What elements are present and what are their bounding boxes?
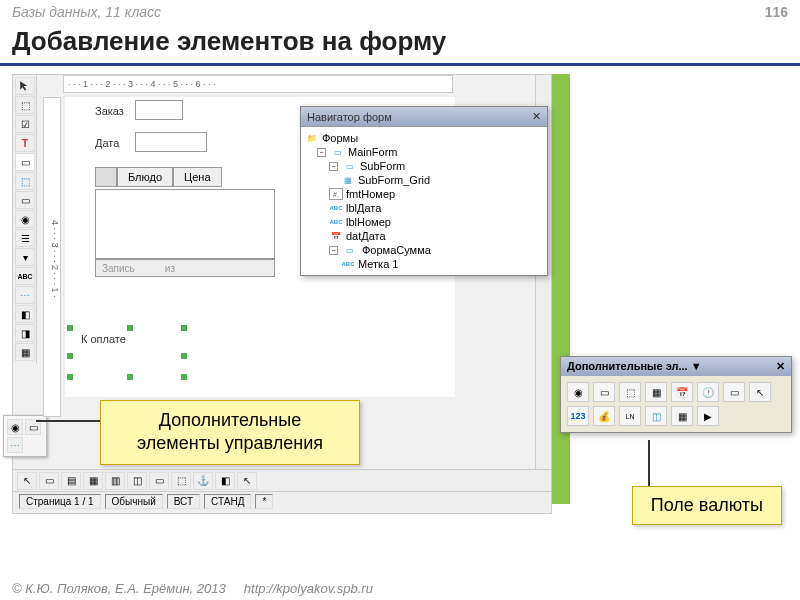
tree-lblnum[interactable]: ABC lblНомер [305,215,543,229]
grid-icon: ▦ [341,174,355,186]
table-body[interactable] [95,189,275,259]
extra-btn-6[interactable]: 🕐 [697,382,719,402]
checkbox-tool[interactable]: ☑ [15,115,35,133]
extra-tool-2[interactable]: ◨ [15,324,35,342]
text-tool[interactable]: T [15,134,35,152]
footer: © К.Ю. Поляков, Е.А. Ерёмин, 2013 http:/… [12,581,373,596]
extra-tool-1[interactable]: ◧ [15,305,35,323]
form-navigator[interactable]: Навигатор форм ✕ 📁 Формы − ▭ MainForm − … [300,106,548,276]
extra-btn-ln[interactable]: LN [619,406,641,426]
bt-anchor[interactable]: ⚓ [193,472,213,490]
callout-connector-1 [36,420,100,422]
bt-1[interactable]: ▭ [39,472,59,490]
navigator-titlebar[interactable]: Навигатор форм ✕ [301,107,547,127]
extra-btn-3[interactable]: ⬚ [619,382,641,402]
bt-3[interactable]: ▦ [83,472,103,490]
vertical-toolbar: ⬚ ☑ T ▭ ⬚ ▭ ◉ ☰ ▾ ABC ⋯ ◧ ◨ ▦ [13,75,37,363]
field-date[interactable] [135,132,207,152]
format-tool[interactable]: ⬚ [15,172,35,190]
collapse-icon[interactable]: − [329,246,338,255]
pointer-tool[interactable] [15,77,35,95]
edit-tool[interactable]: ▭ [15,153,35,171]
extra-titlebar[interactable]: Дополнительные эл... ▼ ✕ [561,357,791,376]
bt-5[interactable]: ◫ [127,472,147,490]
col-dish[interactable]: Блюдо [117,167,173,187]
extra-btn-10[interactable]: ◫ [645,406,667,426]
label-pay: К оплате [81,333,126,345]
date-icon: 📅 [329,230,343,242]
col-price[interactable]: Цена [173,167,221,187]
abc-icon: ABC [329,216,343,228]
tree-mainform[interactable]: − ▭ MainForm [305,145,543,159]
abc-icon: ABC [341,258,355,270]
extra-controls-panel[interactable]: Дополнительные эл... ▼ ✕ ◉ ▭ ⬚ ▦ 📅 🕐 ▭ ↖… [560,356,792,433]
more-tool[interactable]: ⋯ [15,286,35,304]
record-navigator[interactable]: Запись из [95,259,275,277]
extra-btn-5[interactable]: 📅 [671,382,693,402]
bt-7[interactable]: ⬚ [171,472,191,490]
label-order: Заказ [95,105,124,117]
extra-btn-12[interactable]: ▶ [697,406,719,426]
extra-btn-1[interactable]: ◉ [567,382,589,402]
form-icon: ▭ [343,244,357,256]
extra-btn-ptr[interactable]: ↖ [749,382,771,402]
combo-tool[interactable]: ▾ [15,248,35,266]
currency-field-button[interactable]: 123 [567,406,589,426]
status-std: СТАНД [204,494,251,509]
close-icon[interactable]: ✕ [532,110,541,123]
radio-tool[interactable]: ◉ [15,210,35,228]
extra-btn-2[interactable]: ▭ [593,382,615,402]
form-icon: ▭ [343,160,357,172]
extra-btn-7[interactable]: ▭ [723,382,745,402]
fmt-icon: #. [329,188,343,200]
bt-2[interactable]: ▤ [61,472,81,490]
collapse-icon[interactable]: − [329,162,338,171]
tree-datdate[interactable]: 📅 datДата [305,229,543,243]
selected-control[interactable]: К оплате [67,325,187,380]
extra-tool-3[interactable]: ▦ [15,343,35,361]
rec-of: из [165,263,175,274]
list-tool[interactable]: ☰ [15,229,35,247]
callout-extra-controls: Дополнительные элементы управления [100,400,360,465]
tree-formsum[interactable]: − ▭ ФормаСумма [305,243,543,257]
copyright: © К.Ю. Поляков, Е.А. Ерёмин, 2013 [12,581,226,596]
status-bar: Страница 1 / 1 Обычный ВСТ СТАНД * [13,491,551,511]
bt-4[interactable]: ▥ [105,472,125,490]
field-order[interactable] [135,100,183,120]
status-page: Страница 1 / 1 [19,494,101,509]
rec-label: Запись [102,263,135,274]
bt-10[interactable]: ↖ [237,472,257,490]
navigator-title: Навигатор форм [307,111,392,123]
tree-fmt[interactable]: #. fmtНомер [305,187,543,201]
float-dots[interactable]: ⋯ [7,437,23,453]
label-date: Дата [95,137,119,149]
button-tool[interactable]: ▭ [15,191,35,209]
collapse-icon[interactable]: − [317,148,326,157]
extra-btn-coins[interactable]: 💰 [593,406,615,426]
bottom-toolbar: ↖ ▭ ▤ ▦ ▥ ◫ ▭ ⬚ ⚓ ◧ ↖ [13,469,551,491]
extra-title-text: Дополнительные эл... ▼ [567,360,702,373]
tree-label1[interactable]: ABC Метка 1 [305,257,543,271]
bt-9[interactable]: ◧ [215,472,235,490]
bt-pointer[interactable]: ↖ [17,472,37,490]
footer-url[interactable]: http://kpolyakov.spb.ru [244,581,373,596]
extra-btn-11[interactable]: ▦ [671,406,693,426]
callout-currency: Поле валюты [632,486,782,525]
page-number: 116 [765,4,788,20]
form-icon: ▭ [331,146,345,158]
abc-icon: ABC [329,202,343,214]
status-star: * [255,494,273,509]
tree-subform[interactable]: − ▭ SubForm [305,159,543,173]
extra-btn-4[interactable]: ▦ [645,382,667,402]
tree-grid[interactable]: ▦ SubForm_Grid [305,173,543,187]
status-mode: Обычный [105,494,163,509]
control-tool-1[interactable]: ⬚ [15,96,35,114]
close-icon[interactable]: ✕ [776,360,785,373]
tree-lbldate[interactable]: ABC lblДата [305,201,543,215]
status-ins: ВСТ [167,494,200,509]
page-title: Добавление элементов на форму [12,26,788,57]
tree-root[interactable]: 📁 Формы [305,131,543,145]
float-radio[interactable]: ◉ [7,419,23,435]
bt-6[interactable]: ▭ [149,472,169,490]
label-tool[interactable]: ABC [15,267,35,285]
